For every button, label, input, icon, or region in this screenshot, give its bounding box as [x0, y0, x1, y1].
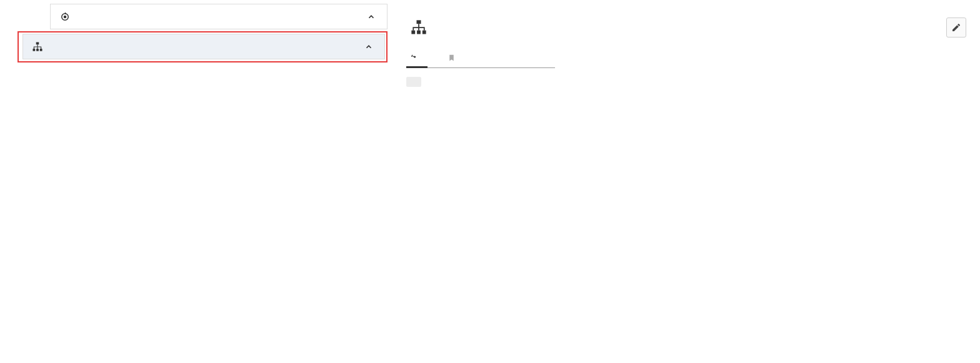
properties-panel	[388, 0, 980, 363]
tree-item-intent-fulfillments[interactable]	[22, 34, 385, 59]
conditions-header-row	[406, 92, 966, 107]
add-condition-button[interactable]	[406, 77, 421, 87]
chevron-up-icon	[364, 42, 376, 51]
svg-rect-7	[411, 31, 415, 34]
sitemap-icon	[32, 41, 43, 52]
svg-rect-5	[36, 49, 39, 51]
tab-conditions[interactable]	[406, 47, 428, 68]
highlighted-section	[18, 31, 388, 62]
tabs	[406, 47, 555, 68]
svg-rect-9	[417, 31, 421, 34]
tree-item-root[interactable]	[50, 4, 388, 29]
svg-point-10	[414, 56, 416, 57]
sitemap-icon	[406, 17, 431, 36]
svg-point-1	[64, 16, 66, 17]
robot-icon	[59, 11, 71, 22]
conditions-table	[406, 92, 966, 107]
svg-rect-8	[422, 31, 426, 34]
edit-button[interactable]	[946, 17, 966, 37]
svg-rect-3	[33, 49, 36, 51]
broadcast-icon	[410, 52, 419, 61]
properties-description-row	[406, 17, 966, 37]
svg-rect-6	[417, 20, 421, 24]
svg-rect-2	[36, 42, 39, 44]
svg-rect-4	[40, 49, 42, 51]
tab-milestone[interactable]	[444, 47, 464, 67]
chevron-up-icon	[367, 12, 378, 21]
tree-panel	[0, 0, 388, 363]
bookmark-icon	[448, 54, 456, 62]
